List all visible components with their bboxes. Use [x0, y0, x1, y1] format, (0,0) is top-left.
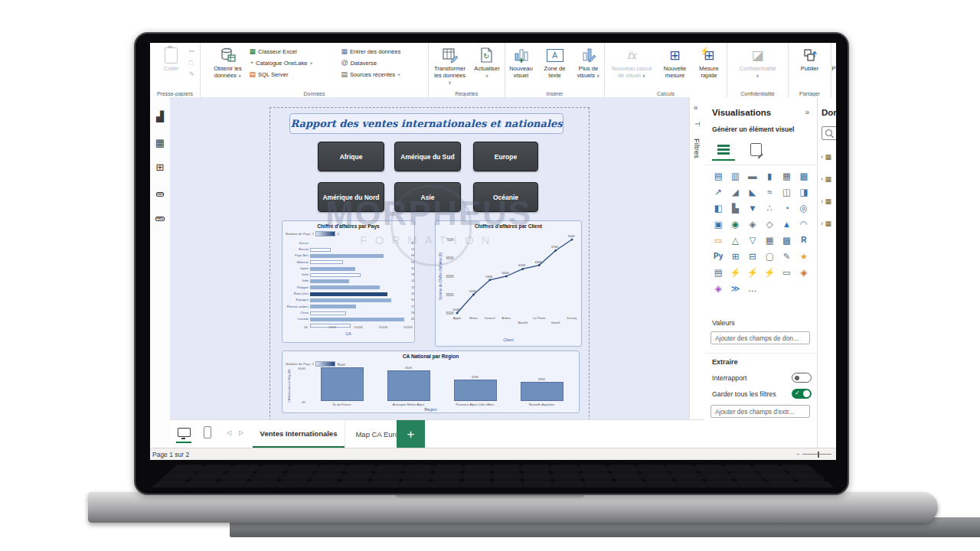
- mobile-view-icon[interactable]: [204, 426, 211, 439]
- data-pane-table-item[interactable]: › ▦: [821, 197, 831, 205]
- excel-workbook-item[interactable]: ▦Classeur Excel: [250, 47, 340, 56]
- dataverse-item[interactable]: @Dataverse: [341, 58, 421, 67]
- bar-chart-visual[interactable]: Chiffre d'affaires par Pays Nombre de Pa…: [282, 220, 415, 343]
- slicer-icon[interactable]: ▽: [744, 235, 761, 246]
- more-visuals-button[interactable]: Plus de visuels ∨: [573, 45, 605, 80]
- report-view-icon[interactable]: ▟: [154, 111, 166, 123]
- qa-visual-icon[interactable]: ▢: [761, 251, 778, 262]
- expand-icon[interactable]: »: [805, 108, 809, 116]
- desktop-view-icon[interactable]: [178, 428, 191, 437]
- column-chart-visual[interactable]: CA National par Région Nombre de Pays1 4…: [282, 350, 580, 413]
- arcgis-map-icon[interactable]: ◈: [795, 267, 812, 278]
- treemap-icon[interactable]: ▣: [710, 219, 727, 230]
- column[interactable]: 450KAuvergne-Rhône-Alpes: [387, 366, 430, 406]
- data-pane-table-item[interactable]: › ▦: [821, 175, 831, 183]
- new-measure-button[interactable]: ⊞ Nouvelle mesure: [658, 45, 691, 80]
- quick-measure-button[interactable]: ⊞⚡ Mesure rapide: [693, 45, 725, 80]
- azure-map-icon[interactable]: ▲: [778, 219, 795, 230]
- nav-button-afrique[interactable]: Afrique: [318, 142, 384, 171]
- cross-report-toggle[interactable]: [792, 373, 812, 383]
- decomposition-tree-icon[interactable]: ⊞: [727, 251, 743, 262]
- column[interactable]: 280KNouvelle-Aquitaine: [521, 377, 564, 406]
- bar-row[interactable]: Russie1480K: [286, 246, 411, 252]
- area-chart-icon[interactable]: ◢: [727, 187, 743, 197]
- zoom-out-icon[interactable]: −: [796, 451, 800, 458]
- format-visual-tab[interactable]: [744, 139, 767, 159]
- matrix-icon[interactable]: ▩: [778, 235, 795, 246]
- prev-page-icon[interactable]: ◁: [227, 429, 231, 436]
- report-title-box[interactable]: Rapport des ventes internationales et na…: [289, 113, 564, 134]
- column[interactable]: 320KProvence-Alpes-Côte d'Azur: [454, 375, 497, 406]
- donut-chart-icon[interactable]: ◎: [795, 203, 812, 214]
- pin-icon[interactable]: ⊣: [694, 120, 701, 128]
- waterfall-chart-icon[interactable]: ▙: [727, 203, 743, 214]
- map-icon[interactable]: ◉: [727, 219, 743, 230]
- copy-icon[interactable]: □: [189, 58, 195, 67]
- metrics-visual-icon[interactable]: ★: [795, 251, 812, 262]
- enter-data-item[interactable]: ▦Entrer des données: [341, 47, 421, 56]
- nav-button-amerique-du-nord[interactable]: Amérique du Nord: [318, 182, 384, 212]
- visual-calc-button[interactable]: fx Nouveau calcul de visuel ∨: [606, 45, 657, 80]
- nav-button-amerique-du-sud[interactable]: Amérique du Sud: [394, 142, 461, 171]
- refresh-button[interactable]: ↻ Actualiser ∨: [471, 45, 503, 80]
- custom-visual-diamond-icon[interactable]: ◈: [710, 283, 727, 294]
- dax-query-view-icon[interactable]: DAX: [154, 186, 166, 198]
- new-page-button[interactable]: +: [397, 420, 425, 448]
- collapse-icon[interactable]: «: [694, 103, 698, 112]
- line-chart-icon[interactable]: ↗: [710, 187, 727, 197]
- format-painter-icon[interactable]: ✎: [189, 70, 195, 79]
- sql-server-item[interactable]: ▤SQL Server: [250, 70, 340, 79]
- filled-map-icon[interactable]: ◈: [744, 219, 761, 230]
- funnel-chart-icon[interactable]: ▼: [744, 203, 761, 214]
- confidentiality-button[interactable]: ◪ Confidentialité∨: [737, 45, 777, 80]
- transform-data-button[interactable]: Transformer les données ∨: [430, 45, 469, 86]
- ribbon-chart-icon[interactable]: ≈: [761, 187, 778, 197]
- 100-stacked-column-chart-icon[interactable]: ▩: [795, 171, 812, 181]
- publish-button[interactable]: Publier: [794, 45, 826, 73]
- line-stacked-column-chart-icon[interactable]: ◫: [778, 187, 795, 197]
- paginated-report-icon[interactable]: ▤: [710, 267, 727, 278]
- search-input[interactable]: [822, 126, 836, 140]
- data-pane-table-item[interactable]: › ▦: [821, 153, 831, 161]
- shape-map-icon[interactable]: ◇: [761, 219, 778, 230]
- zoom-slider[interactable]: [802, 454, 831, 455]
- new-visual-button[interactable]: Nouveau visuel: [505, 45, 537, 80]
- get-data-button[interactable]: Obtenir les données ∨: [208, 45, 248, 80]
- bar-row[interactable]: Suisse420K: [286, 240, 411, 246]
- wave-combo-chart-icon[interactable]: ◧: [710, 203, 727, 214]
- drillthrough-field-well[interactable]: Ajouter des champs d'extr...: [710, 405, 810, 418]
- column[interactable]: 500KÎle-de-France: [321, 363, 364, 406]
- keep-filters-toggle[interactable]: ✓: [792, 389, 812, 399]
- textbox-button[interactable]: A Zone de texte: [539, 45, 571, 80]
- bar-row[interactable]: Malaisie910K: [286, 259, 411, 265]
- pie-chart-icon[interactable]: ◔: [778, 203, 795, 214]
- next-page-icon[interactable]: ▷: [239, 429, 243, 436]
- report-canvas[interactable]: MORPHEUS FORMATION Rapport des ventes in…: [170, 97, 689, 419]
- key-influencers-icon[interactable]: ⊟: [744, 251, 761, 262]
- data-pane-table-item[interactable]: › ▦: [821, 220, 831, 227]
- bar-row[interactable]: Chine1890K: [286, 309, 411, 315]
- page-tab-ventes-internationales[interactable]: Ventes Internationales: [253, 420, 345, 448]
- clustered-column-chart-icon[interactable]: ▮: [761, 171, 778, 181]
- values-field-well[interactable]: Ajouter des champs de don...: [710, 331, 810, 344]
- button-slicer-icon[interactable]: ⚡: [761, 267, 778, 278]
- power-apps-visual-icon[interactable]: ⚡: [727, 267, 743, 278]
- power-automate-visual-icon[interactable]: ⚡: [744, 267, 761, 278]
- line-clustered-column-chart-icon[interactable]: ◨: [795, 187, 812, 197]
- stacked-bar-chart-icon[interactable]: ▤: [710, 171, 727, 181]
- kpi-icon[interactable]: △: [727, 235, 743, 246]
- zoom-control[interactable]: −: [796, 451, 831, 458]
- cut-icon[interactable]: ✂: [189, 47, 195, 56]
- onelake-catalog-item[interactable]: ◔Catalogue OneLake∨: [250, 58, 340, 67]
- nav-button-asie[interactable]: Asie: [394, 182, 461, 212]
- r-script-visual-icon[interactable]: R: [795, 235, 812, 246]
- stacked-area-chart-icon[interactable]: ◣: [744, 187, 761, 197]
- build-visual-tab[interactable]: [712, 139, 735, 161]
- nav-button-oceanie[interactable]: Océanie: [473, 182, 538, 212]
- nav-button-europe[interactable]: Europe: [473, 142, 538, 171]
- clustered-bar-chart-icon[interactable]: ▬: [744, 171, 761, 181]
- line-chart-visual[interactable]: Chiffres d'affaires par Client 500K550K6…: [435, 220, 582, 347]
- paste-button[interactable]: Coller: [155, 45, 188, 73]
- smart-narrative-icon[interactable]: ✎: [778, 251, 795, 262]
- scatter-chart-icon[interactable]: ∴: [761, 203, 778, 214]
